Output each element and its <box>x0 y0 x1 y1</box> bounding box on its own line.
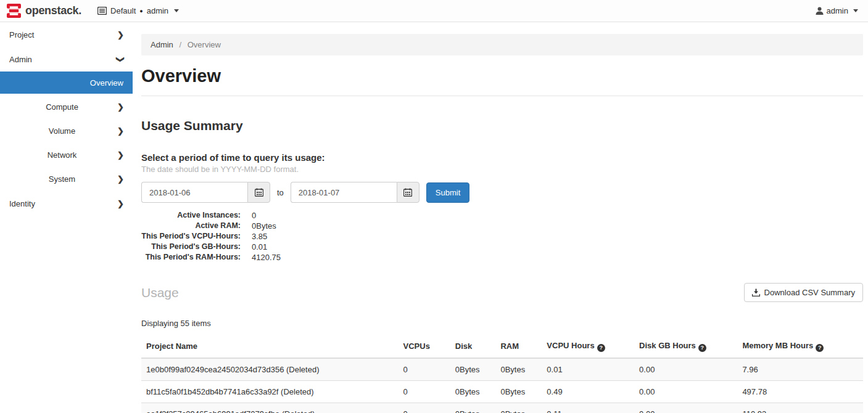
table-row: 1e0b0f99af0249cea24502034d73d356 (Delete… <box>141 358 863 381</box>
cell-vcpu-hours: 0.01 <box>542 358 634 381</box>
chevron-right-icon: ❯ <box>117 174 124 184</box>
sidebar-item-label: Network <box>48 150 77 160</box>
chevron-down-icon <box>174 9 179 12</box>
user-icon <box>816 7 824 15</box>
sidebar-item-label: Admin <box>9 55 32 64</box>
main-content: Admin / Overview Overview Usage Summary … <box>133 22 868 413</box>
openstack-brand[interactable]: openstack. <box>0 4 81 18</box>
chevron-down-icon: ❯ <box>116 56 125 63</box>
stat-value: 0Bytes <box>241 221 276 231</box>
sidebar-item-compute[interactable]: Compute ❯ <box>0 95 133 119</box>
start-date-group <box>141 182 270 203</box>
usage-summary-title: Usage Summary <box>141 118 863 133</box>
sidebar-item-label: Identity <box>9 199 35 208</box>
calendar-icon <box>403 188 412 197</box>
context-domain: Default <box>110 6 136 15</box>
displaying-count: Displaying 55 items <box>141 319 863 328</box>
cell-vcpus: 0 <box>399 403 450 413</box>
submit-button[interactable]: Submit <box>426 182 469 203</box>
cell-disk-gb-hours: 0.00 <box>634 358 737 381</box>
cell-disk-gb-hours: 0.00 <box>634 403 737 413</box>
column-memory-mb-hours[interactable]: Memory MB Hours? <box>737 336 863 358</box>
breadcrumb: Admin / Overview <box>141 34 863 55</box>
cell-vcpus: 0 <box>399 358 450 381</box>
context-project: admin <box>147 6 168 15</box>
help-icon[interactable]: ? <box>597 344 605 352</box>
page-title: Overview <box>141 66 863 86</box>
cell-ram: 0Bytes <box>495 403 542 413</box>
sidebar-item-project[interactable]: Project ❯ <box>0 22 133 47</box>
breadcrumb-admin-link[interactable]: Admin <box>151 40 173 49</box>
usage-table: Project Name VCPUs Disk RAM VCPU Hours? … <box>141 336 863 413</box>
column-vcpus[interactable]: VCPUs <box>399 336 450 358</box>
title-divider <box>141 96 863 96</box>
cell-vcpu-hours: 0.49 <box>542 380 634 403</box>
start-date-calendar-addon[interactable] <box>247 182 270 203</box>
help-icon[interactable]: ? <box>698 344 706 352</box>
stat-label: Active RAM: <box>141 221 241 231</box>
download-csv-button[interactable]: Download CSV Summary <box>744 283 863 302</box>
calendar-icon <box>255 188 263 197</box>
end-date-input[interactable] <box>291 182 397 203</box>
sidebar-item-identity[interactable]: Identity ❯ <box>0 191 133 216</box>
sidebar-item-network[interactable]: Network ❯ <box>0 143 133 167</box>
sidebar-item-volume[interactable]: Volume ❯ <box>0 119 133 143</box>
sidebar-item-admin[interactable]: Admin ❯ <box>0 47 133 72</box>
cell-project-name: 1e0b0f99af0249cea24502034d73d356 (Delete… <box>141 358 399 381</box>
usage-section-header: Usage Download CSV Summary <box>141 283 863 302</box>
sidebar-item-system[interactable]: System ❯ <box>0 167 133 191</box>
column-disk-gb-hours[interactable]: Disk GB Hours? <box>634 336 737 358</box>
user-menu[interactable]: admin <box>816 6 868 15</box>
table-header-row: Project Name VCPUs Disk RAM VCPU Hours? … <box>141 336 863 358</box>
cell-project-name: ea1f2f357c09465eb6991edf7079efbe (Delete… <box>141 403 399 413</box>
usage-date-form: to Submit <box>141 182 863 203</box>
cell-ram: 0Bytes <box>495 380 542 403</box>
cell-vcpus: 0 <box>399 380 450 403</box>
period-format-note: The date should be in YYYY-MM-DD format. <box>141 165 863 174</box>
stat-value: 4120.75 <box>241 252 281 263</box>
table-row: bf11c5fa0f1b452db4b7741a6c33a92f (Delete… <box>141 380 863 403</box>
cell-memory-mb-hours: 7.96 <box>737 358 863 381</box>
stat-active-instances: Active Instances: 0 <box>141 210 863 221</box>
top-navbar: openstack. Default ● admin admin <box>0 0 868 22</box>
list-icon <box>97 7 107 15</box>
cell-vcpu-hours: 0.11 <box>542 403 634 413</box>
chevron-right-icon: ❯ <box>117 30 124 39</box>
date-range-to-label: to <box>277 188 284 197</box>
context-separator-dot: ● <box>139 8 143 14</box>
sidebar-item-label: Volume <box>49 126 75 136</box>
cell-ram: 0Bytes <box>495 358 542 381</box>
cell-disk: 0Bytes <box>450 358 496 381</box>
stat-gb-hours: This Period's GB-Hours: 0.01 <box>141 242 863 252</box>
sidebar-item-label: Project <box>9 30 34 39</box>
help-icon[interactable]: ? <box>816 344 824 352</box>
cell-memory-mb-hours: 497.78 <box>737 380 863 403</box>
sidebar-item-overview[interactable]: Overview <box>0 72 133 94</box>
openstack-logo-icon <box>7 4 21 18</box>
end-date-calendar-addon[interactable] <box>397 182 420 203</box>
chevron-right-icon: ❯ <box>117 102 124 112</box>
domain-project-switcher[interactable]: Default ● admin <box>97 6 179 15</box>
column-vcpu-hours[interactable]: VCPU Hours? <box>542 336 634 358</box>
table-row: ea1f2f357c09465eb6991edf7079efbe (Delete… <box>141 403 863 413</box>
stat-active-ram: Active RAM: 0Bytes <box>141 221 863 231</box>
stat-value: 0.01 <box>241 242 267 252</box>
column-disk[interactable]: Disk <box>450 336 496 358</box>
sidebar-item-label: Compute <box>46 102 78 112</box>
chevron-right-icon: ❯ <box>117 199 124 208</box>
brand-wordmark: openstack. <box>25 4 81 17</box>
stat-label: This Period's VCPU-Hours: <box>141 231 241 242</box>
usage-stats: Active Instances: 0 Active RAM: 0Bytes T… <box>141 210 863 263</box>
sidebar: Project ❯ Admin ❯ Overview Compute ❯ Vol… <box>0 22 133 413</box>
chevron-right-icon: ❯ <box>117 150 124 160</box>
period-select-label: Select a period of time to query its usa… <box>141 152 863 163</box>
stat-value: 0 <box>241 210 256 221</box>
user-name: admin <box>827 6 848 15</box>
column-project-name[interactable]: Project Name <box>141 336 399 358</box>
download-icon <box>752 288 760 296</box>
column-ram[interactable]: RAM <box>495 336 542 358</box>
start-date-input[interactable] <box>141 182 247 203</box>
sidebar-item-label: System <box>49 174 75 184</box>
breadcrumb-current: Overview <box>188 40 221 49</box>
sidebar-item-label: Overview <box>90 78 123 88</box>
